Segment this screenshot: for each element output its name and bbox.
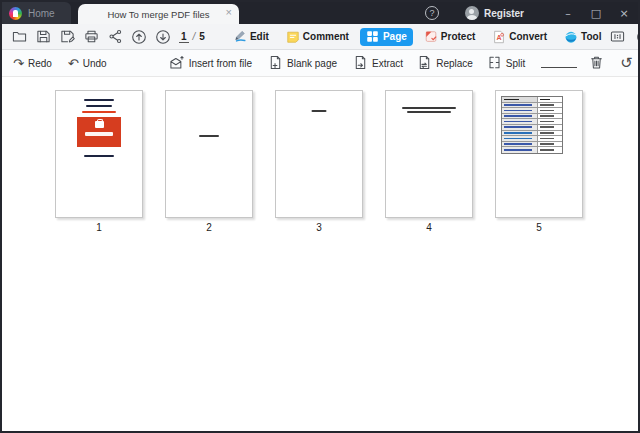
document-tab-close-icon[interactable]: × — [226, 7, 232, 18]
replace-button[interactable]: Replace — [417, 55, 473, 72]
blank-page-icon — [268, 55, 283, 72]
redo-button[interactable]: ↷ Redo — [13, 57, 52, 70]
app-logo-icon — [9, 7, 22, 20]
page-thumbnail-4[interactable] — [385, 90, 473, 218]
page-item-2: 2 — [165, 90, 253, 233]
print-icon[interactable] — [81, 27, 101, 47]
insert-from-file-button[interactable]: Insert from file — [169, 55, 252, 72]
tab-comment-label: Comment — [303, 31, 349, 42]
close-button[interactable]: × — [610, 2, 638, 24]
account-avatar[interactable] — [465, 6, 479, 20]
briefcase-icon — [95, 121, 104, 128]
tab-tool[interactable]: Tool — [558, 28, 607, 46]
split-range-underline[interactable] — [541, 67, 577, 68]
document-tab[interactable]: How To merge PDF files × — [78, 4, 239, 24]
tab-convert-label: Convert — [509, 31, 547, 42]
tab-page-label: Page — [383, 31, 407, 42]
page-thumbnail-3[interactable] — [275, 90, 363, 218]
tab-page[interactable]: Page — [360, 28, 413, 46]
document-table — [501, 96, 563, 154]
undo-button[interactable]: ↶ Undo — [68, 57, 107, 70]
page-thumbnail-2[interactable] — [165, 90, 253, 218]
pencil-icon — [233, 30, 247, 44]
page-item-4: 4 — [385, 90, 473, 233]
zoom-out-icon[interactable] — [634, 27, 640, 47]
page-separator: / — [193, 31, 196, 42]
register-button[interactable]: Register — [484, 8, 524, 19]
tab-convert[interactable]: A Convert — [486, 28, 553, 46]
trash-icon — [589, 55, 604, 72]
convert-icon: A — [492, 30, 506, 44]
blank-page-button[interactable]: Blank page — [268, 55, 337, 72]
split-button[interactable]: Split — [487, 55, 525, 72]
text-line — [402, 107, 456, 109]
maximize-button[interactable]: □ — [582, 2, 610, 24]
page-actions-toolbar: ↷ Redo ↶ Undo Insert from file Blank pag… — [2, 50, 638, 77]
shield-icon — [424, 30, 438, 44]
insert-from-file-label: Insert from file — [189, 58, 252, 69]
redo-icon: ↷ — [13, 57, 24, 70]
page-item-5: 5 — [495, 90, 583, 233]
page-indicator: 1 / 5 — [179, 31, 205, 43]
document-logo — [77, 117, 121, 147]
replace-label: Replace — [436, 58, 473, 69]
share-icon[interactable] — [105, 27, 125, 47]
split-label: Split — [506, 58, 525, 69]
extract-button[interactable]: Extract — [353, 55, 403, 72]
titlebar: Home How To merge PDF files × ? Register… — [2, 2, 638, 24]
split-icon — [487, 55, 502, 72]
text-line — [86, 105, 112, 107]
rotate-left-icon: ↺ — [620, 56, 633, 71]
undo-icon: ↶ — [68, 57, 79, 70]
fit-width-icon[interactable] — [607, 27, 627, 47]
page-item-1: 1 — [55, 90, 143, 233]
page-thumbnail-1[interactable] — [55, 90, 143, 218]
minimize-button[interactable]: – — [554, 2, 582, 24]
page-number-5: 5 — [495, 222, 583, 233]
logo-text-line — [85, 132, 113, 136]
main-toolbar: 1 / 5 Edit Comment Page — [2, 24, 638, 50]
page-number-1: 1 — [55, 222, 143, 233]
total-pages: 5 — [199, 31, 205, 42]
extract-icon — [353, 55, 368, 72]
app-window: Home How To merge PDF files × ? Register… — [0, 0, 640, 433]
page-number-3: 3 — [275, 222, 363, 233]
text-line — [84, 99, 114, 101]
page-thumbnail-5[interactable] — [495, 90, 583, 218]
tab-comment[interactable]: Comment — [280, 28, 355, 46]
insert-from-file-icon — [169, 55, 185, 72]
rotate-left-button[interactable]: ↺ — [620, 56, 633, 71]
page-up-icon[interactable] — [129, 27, 149, 47]
page-down-icon[interactable] — [153, 27, 173, 47]
help-icon[interactable]: ? — [425, 6, 439, 20]
redo-label: Redo — [28, 58, 52, 69]
page-number-2: 2 — [165, 222, 253, 233]
extract-label: Extract — [372, 58, 403, 69]
text-line — [82, 111, 116, 113]
save-as-icon[interactable] — [57, 27, 77, 47]
text-line — [84, 155, 114, 157]
home-tab-label: Home — [28, 8, 55, 19]
text-line — [407, 111, 451, 113]
thumbnails-row: 1 2 3 4 — [2, 77, 638, 233]
page-number-4: 4 — [385, 222, 473, 233]
page-grid-icon — [366, 30, 380, 44]
current-page-input[interactable]: 1 — [179, 31, 189, 43]
comment-icon — [286, 30, 300, 44]
tab-protect[interactable]: Protect — [418, 28, 481, 46]
page-thumbnails-area: 1 2 3 4 — [2, 77, 638, 433]
table-row — [502, 147, 562, 153]
mode-tabs: Edit Comment Page Protect — [227, 28, 608, 46]
view-controls — [607, 27, 640, 47]
tab-edit[interactable]: Edit — [227, 28, 275, 46]
save-icon[interactable] — [33, 27, 53, 47]
document-tab-title: How To merge PDF files — [107, 9, 209, 20]
tab-tool-label: Tool — [581, 31, 601, 42]
page-item-3: 3 — [275, 90, 363, 233]
tool-ball-icon — [564, 30, 578, 44]
titlebar-right: ? Register – □ × — [425, 2, 638, 24]
open-icon[interactable] — [9, 27, 29, 47]
home-tab[interactable]: Home — [2, 2, 71, 24]
delete-page-button[interactable] — [589, 55, 604, 72]
undo-label: Undo — [83, 58, 107, 69]
